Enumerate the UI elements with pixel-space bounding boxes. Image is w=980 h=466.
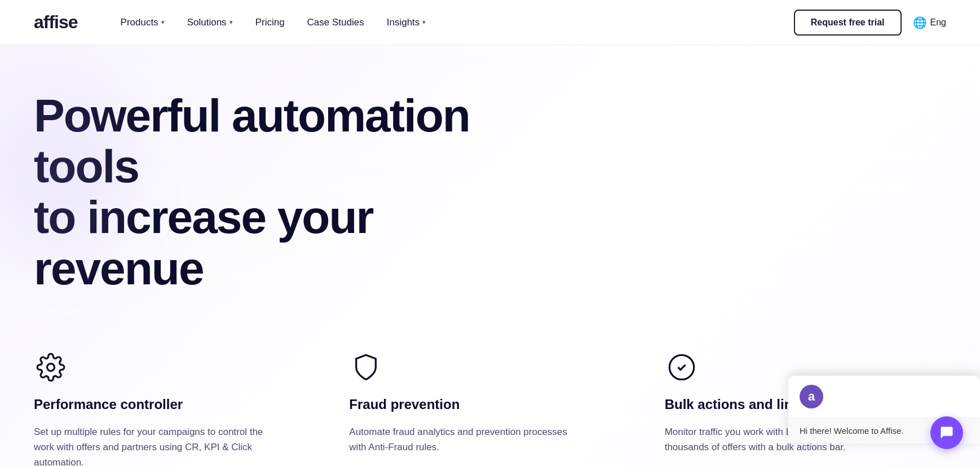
chat-header: a [788,376,980,418]
chat-bubble-button[interactable] [930,416,963,449]
chat-bubble-icon [939,425,955,441]
feature-desc-performance: Set up multiple rules for your campaigns… [34,424,271,466]
nav-item-solutions[interactable]: Solutions ▾ [178,12,242,33]
chevron-down-icon: ▾ [161,19,165,26]
chevron-down-icon: ▾ [422,19,426,26]
nav-label-solutions: Solutions [187,17,227,28]
nav-actions: Request free trial 🌐 Eng [794,10,946,36]
feature-title-performance: Performance controller [34,395,315,413]
request-trial-button[interactable]: Request free trial [794,10,902,36]
feature-title-fraud: Fraud prevention [349,395,630,413]
globe-icon: 🌐 [913,16,927,29]
nav-links: Products ▾ Solutions ▾ Pricing Case Stud… [112,12,794,33]
hero-title-line1: Powerful automation tools [34,90,470,192]
navbar: affise Products ▾ Solutions ▾ Pricing Ca… [0,0,980,45]
nav-item-insights[interactable]: Insights ▾ [378,12,435,33]
nav-item-products[interactable]: Products ▾ [112,12,174,33]
nav-label-products: Products [121,17,158,28]
feature-card-performance: Performance controller Set up multiple r… [34,350,315,466]
nav-label-insights: Insights [387,17,420,28]
hero-title: Powerful automation tools to increase yo… [34,90,541,294]
feature-card-fraud: Fraud prevention Automate fraud analytic… [349,350,630,466]
gear-icon [34,350,68,384]
nav-item-pricing[interactable]: Pricing [246,12,294,33]
svg-point-0 [47,363,55,371]
nav-label-case-studies: Case Studies [307,17,364,28]
hero-title-line2: to increase your revenue [34,191,373,293]
language-selector[interactable]: 🌐 Eng [913,16,946,29]
nav-item-case-studies[interactable]: Case Studies [298,12,373,33]
lang-label: Eng [930,17,946,28]
brand-logo[interactable]: affise [34,12,78,33]
checkmark-circle-icon [665,350,699,384]
chevron-down-icon: ▾ [229,19,233,26]
shield-icon [349,350,383,384]
chat-avatar: a [800,385,823,408]
feature-desc-fraud: Automate fraud analytics and prevention … [349,424,586,455]
nav-label-pricing: Pricing [255,17,285,28]
